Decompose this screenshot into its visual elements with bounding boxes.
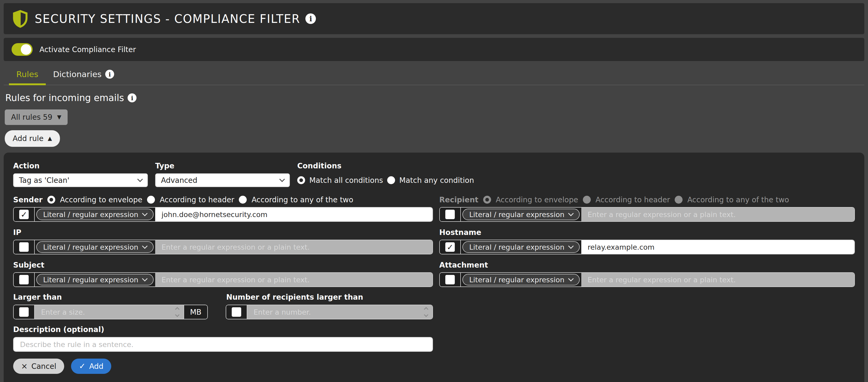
- ip-label: IP: [13, 228, 21, 237]
- info-icon[interactable]: i: [105, 70, 114, 79]
- subject-matchtype-cell: Literal / regular expression: [35, 273, 155, 287]
- info-icon[interactable]: i: [305, 13, 316, 24]
- sender-radio-header[interactable]: [147, 196, 155, 204]
- stepper-arrows-icon[interactable]: [425, 308, 428, 317]
- subject-checkbox[interactable]: [19, 275, 29, 285]
- subject-matchtype-select[interactable]: Literal / regular expression: [36, 274, 154, 286]
- stepper-up-icon[interactable]: [175, 307, 180, 312]
- larger-than-checkbox[interactable]: [19, 307, 29, 317]
- hostname-checkbox[interactable]: ✓: [445, 242, 455, 252]
- ip-checkbox[interactable]: [19, 242, 29, 252]
- check-icon: ✓: [79, 362, 86, 370]
- recipient-head: Recipient According to envelope Accordin…: [439, 195, 855, 204]
- subject-input[interactable]: [155, 273, 432, 287]
- sender-input[interactable]: [155, 208, 432, 221]
- ip-input[interactable]: [155, 240, 432, 254]
- chevron-down-icon: [568, 243, 574, 248]
- description-input[interactable]: [14, 337, 432, 351]
- ip-matchtype-cell: Literal / regular expression: [35, 240, 155, 254]
- sender-radio-any-label: According to any of the two: [251, 196, 353, 204]
- attachment-input[interactable]: [581, 273, 854, 287]
- attachment-section: Attachment Literal / regular expression: [439, 260, 855, 287]
- page-title: SECURITY SETTINGS - COMPLIANCE FILTER: [35, 12, 300, 26]
- recipient-radio-header-label: According to header: [595, 196, 670, 204]
- recipients-larger-input[interactable]: [247, 305, 432, 319]
- attachment-input-cell: [581, 273, 854, 287]
- subject-matchtype-value: Literal / regular expression: [43, 276, 138, 284]
- rule-form-panel: Action Tag as 'Clean' Type Advanced Cond…: [4, 153, 864, 382]
- form-buttons: × Cancel ✓ Add: [13, 359, 433, 374]
- type-column: Type Advanced: [155, 161, 297, 187]
- hostname-head: Hostname: [439, 228, 855, 237]
- tab-dictionaries[interactable]: Dictionaries i: [46, 65, 122, 85]
- sender-matchtype-cell: Literal / regular expression: [35, 208, 155, 221]
- sender-radio-envelope-label: According to envelope: [60, 196, 142, 204]
- action-label: Action: [13, 161, 155, 170]
- sender-matchtype-value: Literal / regular expression: [43, 210, 138, 218]
- size-section: Larger than Number of recipients larger …: [13, 293, 433, 319]
- radio-match-any[interactable]: [387, 176, 395, 184]
- recipients-larger-checkbox[interactable]: [232, 307, 241, 317]
- chevron-down-icon: [142, 243, 148, 248]
- sender-radio-any[interactable]: [239, 196, 247, 204]
- action-select[interactable]: Tag as 'Clean': [13, 173, 148, 187]
- add-button[interactable]: ✓ Add: [71, 359, 111, 374]
- hostname-checkbox-cell: ✓: [440, 240, 461, 254]
- sender-head: Sender According to envelope According t…: [13, 195, 433, 204]
- stepper-arrows-icon[interactable]: [176, 308, 179, 317]
- stepper-down-icon[interactable]: [175, 313, 180, 317]
- ip-matchtype-select[interactable]: Literal / regular expression: [36, 241, 154, 253]
- sender-checkbox-cell: ✓: [14, 208, 35, 221]
- recipient-matchtype-cell: Literal / regular expression: [461, 208, 581, 221]
- subject-label: Subject: [13, 261, 44, 269]
- stepper-down-icon[interactable]: [424, 313, 429, 317]
- conditions-label: Conditions: [297, 161, 855, 170]
- spacer: [439, 325, 855, 380]
- ip-input-cell: [155, 240, 432, 254]
- attachment-matchtype-select[interactable]: Literal / regular expression: [462, 274, 580, 286]
- conditions-radio-group: Match all conditions Match any condition: [297, 173, 855, 187]
- stepper-up-icon[interactable]: [424, 307, 429, 312]
- sender-label: Sender: [13, 196, 42, 204]
- larger-than-input[interactable]: [35, 305, 184, 319]
- attachment-matchtype-value: Literal / regular expression: [469, 276, 564, 284]
- hostname-section: Hostname ✓ Literal / regular expression: [439, 228, 855, 255]
- toggle-knob: [21, 44, 31, 55]
- attachment-checkbox[interactable]: [445, 275, 455, 285]
- recipient-input[interactable]: [581, 208, 854, 221]
- recipient-radio-envelope: [483, 196, 491, 204]
- sender-radio-envelope[interactable]: [48, 196, 55, 204]
- hostname-label: Hostname: [439, 228, 482, 237]
- tab-rules-label: Rules: [16, 69, 38, 79]
- recipient-section: Recipient According to envelope Accordin…: [439, 195, 855, 222]
- sender-matchtype-select[interactable]: Literal / regular expression: [36, 209, 154, 220]
- check-icon: ✓: [446, 242, 453, 252]
- sender-checkbox[interactable]: ✓: [19, 210, 29, 219]
- compliance-filter-toggle[interactable]: [11, 43, 33, 56]
- recipient-input-cell: [581, 208, 854, 221]
- ip-head: IP: [13, 228, 433, 237]
- cancel-button[interactable]: × Cancel: [13, 359, 64, 374]
- tab-rules[interactable]: Rules: [9, 65, 46, 85]
- ip-checkbox-cell: [14, 240, 35, 254]
- recipient-checkbox[interactable]: [445, 210, 455, 219]
- chevron-down-icon: [137, 176, 143, 182]
- attachment-row: Literal / regular expression: [439, 272, 855, 287]
- recipient-radio-any-label: According to any of the two: [687, 196, 789, 204]
- recipients-larger-label: Number of recipients larger than: [226, 293, 363, 301]
- hostname-matchtype-value: Literal / regular expression: [469, 243, 564, 251]
- larger-than-input-cell: [35, 305, 184, 319]
- recipients-larger-row: [226, 305, 433, 319]
- type-select-value: Advanced: [161, 176, 197, 185]
- info-icon[interactable]: i: [128, 93, 136, 102]
- type-select[interactable]: Advanced: [155, 173, 290, 187]
- all-rules-dropdown[interactable]: All rules 59 ▼: [5, 110, 68, 125]
- toggle-label: Activate Compliance Filter: [39, 45, 136, 54]
- hostname-input[interactable]: [581, 240, 854, 254]
- recipient-matchtype-select[interactable]: Literal / regular expression: [462, 209, 580, 220]
- tab-dictionaries-label: Dictionaries: [53, 69, 102, 79]
- add-rule-button[interactable]: Add rule ▲: [5, 130, 60, 147]
- radio-match-all[interactable]: [297, 176, 305, 184]
- chevron-down-icon: [142, 276, 148, 281]
- hostname-matchtype-select[interactable]: Literal / regular expression: [462, 241, 580, 253]
